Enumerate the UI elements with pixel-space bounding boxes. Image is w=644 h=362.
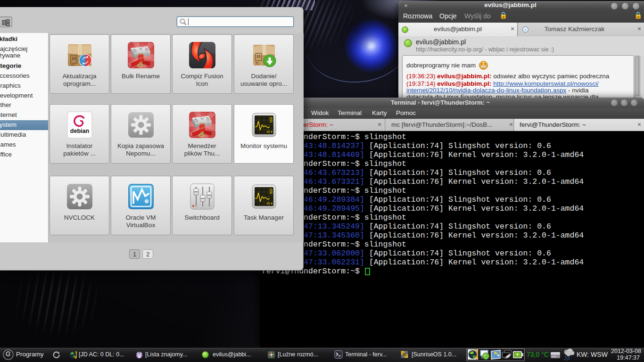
- svg-text:49 ♥: 49 ♥: [266, 130, 272, 133]
- svg-text:debian: debian: [70, 128, 89, 134]
- svg-text:49 ♥: 49 ♥: [266, 202, 272, 205]
